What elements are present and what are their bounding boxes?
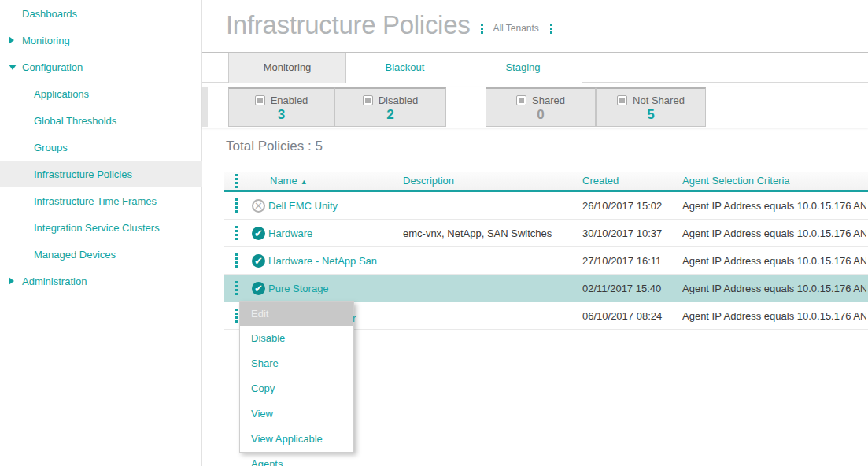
column-header-created[interactable]: Created (582, 175, 619, 187)
filter-checkbox-icon (363, 95, 373, 105)
tab-blackout[interactable]: Blackout (346, 53, 464, 83)
row-actions-kebab-icon[interactable] (235, 281, 238, 295)
context-menu-item-copy[interactable]: Copy (240, 376, 353, 401)
policy-created: 26/10/2017 15:02 (582, 200, 662, 212)
policy-name-link[interactable]: Hardware (268, 227, 312, 239)
stat-value: 2 (335, 107, 445, 123)
sidebar-item-integration-service-clusters[interactable]: Integration Service Clusters (0, 214, 202, 241)
sidebar-item-label: Global Thresholds (34, 115, 116, 127)
table-row[interactable]: ✔ Hardware - NetApp San 27/10/2017 16:11… (224, 247, 868, 275)
sidebar-item-label: Infrastructure Policies (34, 168, 132, 180)
table-row-selected[interactable]: ✔ Pure Storage 02/11/2017 15:40 Agent IP… (224, 275, 868, 302)
policy-criteria: Agent IP Address equals 10.0.15.176 AN..… (682, 227, 866, 239)
main-content: Infrastructure Policies All Tenants Moni… (202, 0, 868, 466)
stat-disabled[interactable]: Disabled 2 (334, 87, 446, 127)
sidebar-item-label: Monitoring (22, 35, 70, 46)
chevron-right-icon (9, 36, 14, 44)
tab-staging[interactable]: Staging (464, 53, 582, 83)
page-title: Infrastructure Policies (226, 10, 470, 40)
sidebar-item-configuration[interactable]: Configuration (0, 54, 202, 80)
policy-name-fragment[interactable]: r (353, 313, 356, 324)
policy-enabled-icon: ✔ (252, 227, 265, 240)
table-row[interactable]: ✔ Hardware emc-vnx, NetApp, SAN Switches… (224, 220, 868, 247)
policy-created: 02/11/2017 15:40 (582, 283, 661, 294)
sidebar-item-groups[interactable]: Groups (0, 134, 202, 161)
stat-shared[interactable]: Shared 0 (486, 87, 596, 127)
policy-enabled-icon: ✔ (252, 254, 265, 268)
sidebar-item-label: Groups (34, 142, 68, 153)
sidebar-item-infrastructure-policies[interactable]: Infrastructure Policies (0, 161, 202, 187)
row-actions-kebab-icon[interactable] (235, 309, 238, 323)
chevron-right-icon (9, 277, 14, 285)
sidebar-item-managed-devices[interactable]: Managed Devices (0, 241, 202, 268)
filter-checkbox-icon (255, 95, 265, 105)
sidebar-item-label: Applications (34, 88, 89, 100)
policy-criteria: Agent IP Address equals 10.0.15.176 AN..… (682, 283, 866, 294)
tenant-options-kebab-icon[interactable] (550, 24, 552, 34)
column-header-name[interactable]: Name▲ (270, 175, 308, 187)
column-header-criteria[interactable]: Agent Selection Criteria (682, 175, 866, 187)
filter-checkbox-icon (516, 95, 526, 105)
stat-not-shared[interactable]: Not Shared 5 (596, 87, 706, 127)
title-options-kebab-icon[interactable] (481, 24, 483, 34)
row-actions-kebab-icon[interactable] (235, 198, 238, 213)
stat-label: Enabled (271, 94, 308, 106)
context-menu-item-view-applicable-agents[interactable]: View Applicable Agents (240, 427, 353, 452)
page-header: Infrastructure Policies All Tenants (226, 0, 552, 50)
stat-enabled[interactable]: Enabled 3 (228, 87, 334, 127)
policy-criteria: Agent IP Address equals 10.0.15.176 AN..… (682, 200, 866, 212)
policy-name-link[interactable]: Hardware - NetApp San (268, 255, 377, 267)
row-context-menu: Edit Disable Share Copy View View Applic… (239, 301, 354, 453)
sidebar-item-applications[interactable]: Applications (0, 80, 202, 107)
table-menu-kebab-icon[interactable] (235, 174, 238, 188)
status-summary-band: Enabled 3 Disabled 2 Shared 0 Not Shared… (202, 87, 868, 128)
sidebar-item-label: Infrastructure Time Frames (34, 195, 157, 207)
sidebar-item-label: Administration (22, 276, 87, 287)
sidebar: Dashboards Monitoring Configuration Appl… (0, 0, 202, 466)
chevron-down-icon (9, 65, 17, 70)
policy-name-link[interactable]: Pure Storage (268, 283, 329, 294)
sort-ascending-icon: ▲ (301, 178, 308, 186)
tab-bar: Monitoring Blackout Staging (202, 52, 868, 83)
stat-label: Not Shared (633, 94, 685, 106)
column-header-description[interactable]: Description (403, 175, 454, 187)
context-menu-item-share[interactable]: Share (240, 351, 353, 376)
total-policies-label: Total Policies : 5 (226, 139, 323, 154)
stat-value: 3 (229, 107, 334, 123)
policy-criteria: Agent IP Address equals 10.0.15.176 AN..… (682, 310, 866, 322)
table-row[interactable]: ✕ Dell EMC Unity 26/10/2017 15:02 Agent … (224, 192, 868, 220)
sidebar-item-administration[interactable]: Administration (0, 268, 202, 294)
policy-created: 27/10/2017 16:11 (582, 255, 661, 267)
sidebar-item-global-thresholds[interactable]: Global Thresholds (0, 107, 202, 134)
policy-disabled-icon: ✕ (252, 199, 265, 213)
stat-label: Shared (532, 94, 565, 106)
tab-monitoring[interactable]: Monitoring (228, 53, 346, 83)
policy-created: 06/10/2017 08:24 (582, 310, 662, 322)
sidebar-item-label: Managed Devices (34, 249, 116, 261)
policy-description: emc-vnx, NetApp, SAN Switches (403, 227, 552, 239)
context-menu-item-edit[interactable]: Edit (240, 302, 353, 326)
context-menu-item-disable[interactable]: Disable (240, 326, 353, 351)
row-actions-kebab-icon[interactable] (235, 253, 238, 268)
sidebar-item-monitoring[interactable]: Monitoring (0, 27, 202, 54)
stat-value: 5 (597, 107, 705, 123)
sidebar-item-infrastructure-time-frames[interactable]: Infrastructure Time Frames (0, 187, 202, 214)
policy-enabled-icon: ✔ (252, 282, 265, 295)
policy-name-link[interactable]: Dell EMC Unity (268, 200, 338, 212)
filter-checkbox-icon (617, 95, 627, 105)
app-window: Dashboards Monitoring Configuration Appl… (0, 0, 868, 466)
table-header: Name▲ Description Created Agent Selectio… (224, 172, 868, 192)
context-menu-item-view[interactable]: View (240, 401, 353, 427)
policy-created: 30/10/2017 10:37 (582, 227, 662, 239)
sidebar-item-label: Integration Service Clusters (34, 222, 160, 234)
row-actions-kebab-icon[interactable] (235, 226, 238, 240)
policy-criteria: Agent IP Address equals 10.0.15.176 AN..… (682, 255, 866, 267)
stat-value: 0 (486, 107, 595, 123)
band-edge-decoration (202, 87, 208, 127)
sidebar-item-label: Configuration (22, 61, 83, 73)
sidebar-item-dashboards[interactable]: Dashboards (0, 0, 202, 27)
tenant-selector[interactable]: All Tenants (493, 23, 538, 34)
stat-label: Disabled (379, 94, 419, 106)
sidebar-item-label: Dashboards (22, 8, 77, 20)
